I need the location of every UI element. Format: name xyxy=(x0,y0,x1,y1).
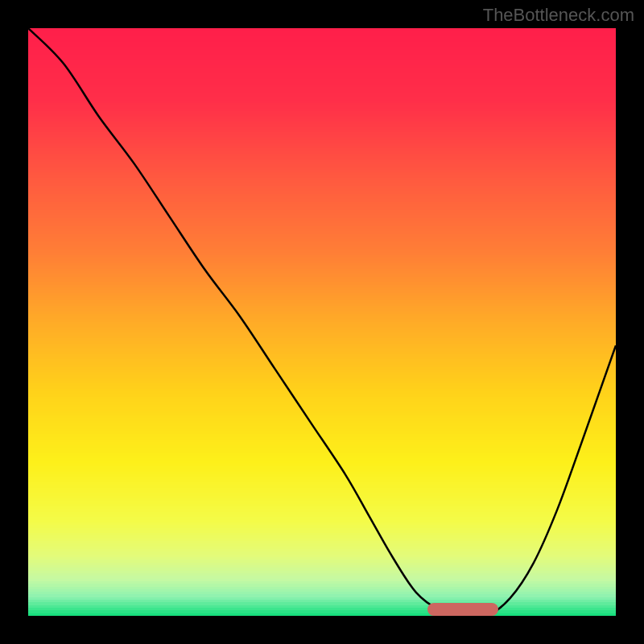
attribution-label: TheBottleneck.com xyxy=(483,5,634,26)
bottleneck-curve xyxy=(28,28,616,616)
plot-area xyxy=(28,28,616,616)
chart-frame: TheBottleneck.com xyxy=(0,0,644,644)
optimal-range-marker xyxy=(427,603,498,616)
